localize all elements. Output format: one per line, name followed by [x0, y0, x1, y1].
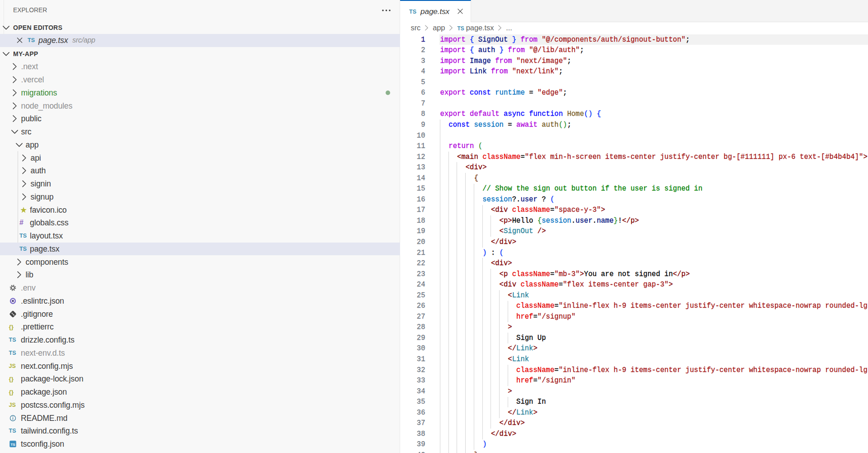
svg-text:TS: TS	[10, 443, 15, 447]
